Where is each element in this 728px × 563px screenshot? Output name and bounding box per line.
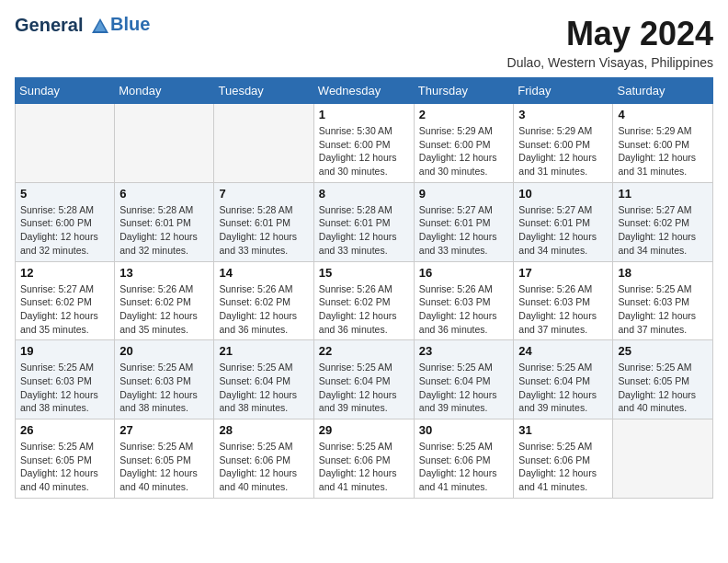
day-info: Sunrise: 5:25 AMSunset: 6:03 PMDaylight:…: [119, 361, 209, 415]
day-info: Sunrise: 5:25 AMSunset: 6:05 PMDaylight:…: [20, 440, 109, 494]
calendar-table: SundayMondayTuesdayWednesdayThursdayFrid…: [15, 77, 713, 499]
day-info: Sunrise: 5:29 AMSunset: 6:00 PMDaylight:…: [419, 124, 509, 178]
calendar-cell: 1Sunrise: 5:30 AMSunset: 6:00 PMDaylight…: [313, 104, 414, 183]
calendar-cell: 28Sunrise: 5:25 AMSunset: 6:06 PMDayligh…: [214, 419, 313, 499]
day-number: 29: [319, 423, 409, 437]
logo: General Blue: [15, 15, 150, 37]
day-info: Sunrise: 5:25 AMSunset: 6:06 PMDaylight:…: [319, 440, 409, 494]
day-number: 20: [119, 344, 209, 358]
day-info: Sunrise: 5:28 AMSunset: 6:01 PMDaylight:…: [119, 203, 209, 258]
day-number: 21: [219, 344, 308, 358]
col-header-sunday: Sunday: [16, 78, 115, 104]
day-info: Sunrise: 5:30 AMSunset: 6:00 PMDaylight:…: [319, 124, 409, 178]
day-number: 14: [219, 266, 308, 280]
calendar-cell: [16, 104, 115, 183]
day-number: 13: [119, 266, 209, 280]
calendar-cell: 27Sunrise: 5:25 AMSunset: 6:05 PMDayligh…: [115, 419, 214, 499]
day-number: 15: [319, 266, 409, 280]
col-header-tuesday: Tuesday: [214, 78, 313, 104]
calendar-cell: 18Sunrise: 5:25 AMSunset: 6:03 PMDayligh…: [613, 261, 713, 340]
day-info: Sunrise: 5:25 AMSunset: 6:03 PMDaylight:…: [20, 361, 109, 415]
day-info: Sunrise: 5:26 AMSunset: 6:02 PMDaylight:…: [119, 282, 209, 337]
day-number: 23: [419, 344, 509, 358]
day-number: 10: [518, 187, 608, 201]
calendar-cell: 30Sunrise: 5:25 AMSunset: 6:06 PMDayligh…: [414, 419, 514, 499]
day-number: 4: [618, 108, 708, 121]
calendar-cell: 9Sunrise: 5:27 AMSunset: 6:01 PMDaylight…: [414, 182, 514, 261]
col-header-monday: Monday: [115, 78, 214, 104]
calendar-cell: 7Sunrise: 5:28 AMSunset: 6:01 PMDaylight…: [214, 182, 313, 261]
calendar-cell: 21Sunrise: 5:25 AMSunset: 6:04 PMDayligh…: [214, 340, 313, 419]
day-info: Sunrise: 5:25 AMSunset: 6:06 PMDaylight:…: [518, 440, 608, 494]
col-header-wednesday: Wednesday: [313, 78, 414, 104]
calendar-cell: 16Sunrise: 5:26 AMSunset: 6:03 PMDayligh…: [414, 261, 514, 340]
day-number: 26: [20, 423, 109, 437]
day-number: 2: [419, 108, 509, 121]
calendar-cell: 10Sunrise: 5:27 AMSunset: 6:01 PMDayligh…: [514, 182, 613, 261]
day-info: Sunrise: 5:25 AMSunset: 6:04 PMDaylight:…: [319, 361, 409, 415]
calendar-cell: 24Sunrise: 5:25 AMSunset: 6:04 PMDayligh…: [514, 340, 613, 419]
day-number: 5: [20, 187, 109, 201]
calendar-cell: 8Sunrise: 5:28 AMSunset: 6:01 PMDaylight…: [313, 182, 414, 261]
day-info: Sunrise: 5:26 AMSunset: 6:03 PMDaylight:…: [419, 282, 509, 337]
day-info: Sunrise: 5:27 AMSunset: 6:02 PMDaylight:…: [618, 203, 708, 258]
month-year: May 2024: [507, 15, 713, 53]
day-number: 9: [419, 187, 509, 201]
day-number: 6: [119, 187, 209, 201]
day-number: 25: [618, 344, 708, 358]
day-info: Sunrise: 5:25 AMSunset: 6:04 PMDaylight:…: [518, 361, 608, 415]
calendar-cell: 29Sunrise: 5:25 AMSunset: 6:06 PMDayligh…: [313, 419, 414, 499]
day-number: 31: [518, 423, 608, 437]
calendar-cell: 22Sunrise: 5:25 AMSunset: 6:04 PMDayligh…: [313, 340, 414, 419]
day-info: Sunrise: 5:28 AMSunset: 6:01 PMDaylight:…: [319, 203, 409, 258]
day-number: 22: [319, 344, 409, 358]
day-info: Sunrise: 5:25 AMSunset: 6:05 PMDaylight:…: [618, 361, 708, 415]
logo-icon: [90, 17, 110, 37]
day-info: Sunrise: 5:26 AMSunset: 6:02 PMDaylight:…: [319, 282, 409, 337]
logo-blue: Blue: [110, 14, 150, 34]
page-header: General Blue May 2024 Dulao, Western Vis…: [15, 15, 713, 70]
title-block: May 2024 Dulao, Western Visayas, Philipp…: [507, 15, 713, 70]
day-number: 7: [219, 187, 308, 201]
calendar-cell: 5Sunrise: 5:28 AMSunset: 6:00 PMDaylight…: [16, 182, 115, 261]
calendar-cell: 19Sunrise: 5:25 AMSunset: 6:03 PMDayligh…: [16, 340, 115, 419]
calendar-cell: [214, 104, 313, 183]
calendar-cell: 2Sunrise: 5:29 AMSunset: 6:00 PMDaylight…: [414, 104, 514, 183]
day-info: Sunrise: 5:29 AMSunset: 6:00 PMDaylight:…: [618, 124, 708, 178]
day-info: Sunrise: 5:27 AMSunset: 6:02 PMDaylight:…: [20, 282, 109, 337]
day-number: 3: [518, 108, 608, 121]
day-info: Sunrise: 5:25 AMSunset: 6:05 PMDaylight:…: [119, 440, 209, 494]
calendar-cell: [613, 419, 713, 499]
day-info: Sunrise: 5:25 AMSunset: 6:04 PMDaylight:…: [219, 361, 308, 415]
calendar-cell: 4Sunrise: 5:29 AMSunset: 6:00 PMDaylight…: [613, 104, 713, 183]
day-info: Sunrise: 5:26 AMSunset: 6:03 PMDaylight:…: [518, 282, 608, 337]
day-info: Sunrise: 5:25 AMSunset: 6:03 PMDaylight:…: [618, 282, 708, 337]
day-info: Sunrise: 5:28 AMSunset: 6:01 PMDaylight:…: [219, 203, 308, 258]
day-number: 27: [119, 423, 209, 437]
calendar-cell: 26Sunrise: 5:25 AMSunset: 6:05 PMDayligh…: [16, 419, 115, 499]
logo-general: General: [15, 15, 83, 35]
calendar-cell: 13Sunrise: 5:26 AMSunset: 6:02 PMDayligh…: [115, 261, 214, 340]
calendar-cell: 17Sunrise: 5:26 AMSunset: 6:03 PMDayligh…: [514, 261, 613, 340]
day-info: Sunrise: 5:26 AMSunset: 6:02 PMDaylight:…: [219, 282, 308, 337]
day-info: Sunrise: 5:25 AMSunset: 6:04 PMDaylight:…: [419, 361, 509, 415]
calendar-cell: [115, 104, 214, 183]
col-header-thursday: Thursday: [414, 78, 514, 104]
calendar-cell: 14Sunrise: 5:26 AMSunset: 6:02 PMDayligh…: [214, 261, 313, 340]
day-info: Sunrise: 5:28 AMSunset: 6:00 PMDaylight:…: [20, 203, 109, 258]
calendar-cell: 12Sunrise: 5:27 AMSunset: 6:02 PMDayligh…: [16, 261, 115, 340]
calendar-cell: 31Sunrise: 5:25 AMSunset: 6:06 PMDayligh…: [514, 419, 613, 499]
day-number: 16: [419, 266, 509, 280]
day-number: 1: [319, 108, 409, 121]
day-number: 8: [319, 187, 409, 201]
day-info: Sunrise: 5:25 AMSunset: 6:06 PMDaylight:…: [419, 440, 509, 494]
calendar-cell: 23Sunrise: 5:25 AMSunset: 6:04 PMDayligh…: [414, 340, 514, 419]
calendar-cell: 11Sunrise: 5:27 AMSunset: 6:02 PMDayligh…: [613, 182, 713, 261]
day-info: Sunrise: 5:27 AMSunset: 6:01 PMDaylight:…: [518, 203, 608, 258]
day-number: 18: [618, 266, 708, 280]
calendar-cell: 25Sunrise: 5:25 AMSunset: 6:05 PMDayligh…: [613, 340, 713, 419]
calendar-cell: 15Sunrise: 5:26 AMSunset: 6:02 PMDayligh…: [313, 261, 414, 340]
col-header-saturday: Saturday: [613, 78, 713, 104]
day-info: Sunrise: 5:25 AMSunset: 6:06 PMDaylight:…: [219, 440, 308, 494]
calendar-cell: 20Sunrise: 5:25 AMSunset: 6:03 PMDayligh…: [115, 340, 214, 419]
